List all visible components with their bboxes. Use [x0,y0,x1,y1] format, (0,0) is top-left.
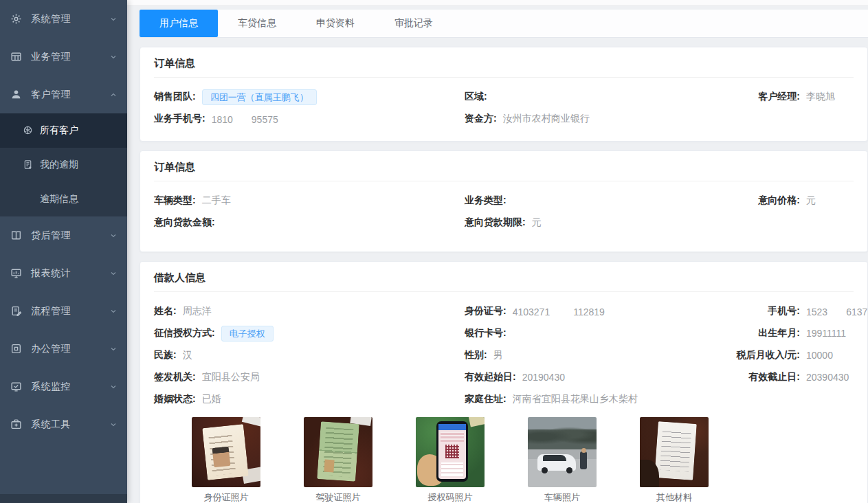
photo-caption: 驾驶证照片 [304,491,372,503]
section-title: 借款人信息 [154,262,854,292]
sidebar-item-process-management[interactable]: 流程管理 [0,292,127,330]
field-home-address: 家庭住址: 河南省宜阳县花果山乡木柴村 [465,393,734,405]
qr-auth-photo[interactable] [416,417,485,487]
order-info-card-1: 订单信息 销售团队: 四团一营（直属王鹏飞） 区域: 客户经理: 李晓旭 业务手 [140,47,868,142]
sidebar-item-label: 报表统计 [31,267,109,280]
top-bar [127,0,868,5]
field-ethnicity: 民族: 汉 [154,349,465,361]
gear-icon [10,13,22,25]
license-booklet-photo[interactable] [304,417,372,487]
photo-item: 其他材料 [640,417,709,503]
user-icon [10,89,22,101]
tab-car-loan-info[interactable]: 车贷信息 [218,10,296,37]
tab-loan-application-docs[interactable]: 申贷资料 [296,10,375,37]
field-credit-auth-method: 征信授权方式: 电子授权 [154,326,465,342]
field-intent-loan-term: 意向贷款期限: 元 [465,216,734,229]
main-content: 用户信息 车贷信息 申贷资料 审批记录 订单信息 销售团队: 四团一营（直属王鹏… [127,0,868,503]
section-title: 订单信息 [154,151,854,181]
tab-user-info[interactable]: 用户信息 [140,10,218,37]
borrower-photos: 身份证照片 驾驶证照片 授权码照片 [192,417,854,503]
customer-management-submenu: 所有客户 我的逾期 逾期信息 [0,113,127,216]
field-birth-date: 出生年月: 19911111 [734,327,854,339]
field-business-phone: 业务手机号: 181095575 [154,113,465,125]
sidebar-item-label: 系统管理 [31,13,109,25]
sidebar-item-label: 办公管理 [31,343,109,355]
field-gender: 性别: 男 [465,349,734,361]
photo-item: 车辆照片 [528,417,597,503]
sidebar-item-label: 系统监控 [31,381,109,393]
sidebar-bottom-strip [0,494,127,503]
photo-caption: 其他材料 [640,491,709,503]
field-name: 姓名: 周志洋 [154,305,465,317]
sidebar-item-label: 系统工具 [31,418,109,431]
sidebar-item-system-tools[interactable]: 系统工具 [0,405,127,443]
sidebar-item-office-management[interactable]: 办公管理 [0,330,127,368]
toolbox-icon [10,418,22,431]
sidebar-item-post-loan-management[interactable]: 贷后管理 [0,216,127,254]
sidebar-item-system-management[interactable]: 系统管理 [0,0,127,38]
field-business-type: 业务类型: [465,194,734,207]
sidebar-subitem-all-customers[interactable]: 所有客户 [0,113,127,148]
monitor-check-icon [10,381,22,393]
field-valid-to: 有效截止日: 20390430 [734,371,854,383]
chevron-up-icon [109,91,118,99]
photo-caption: 授权码照片 [416,491,485,503]
sidebar-item-label: 流程管理 [31,305,109,317]
chevron-down-icon [109,53,118,61]
field-intent-price: 意向价格: 元 [734,194,854,207]
sidebar: 系统管理 业务管理 客户管理 所有客户 我的逾期 逾期信息 [0,0,127,503]
chevron-down-icon [109,345,118,353]
borrower-info-card: 借款人信息 姓名: 周志洋 身份证号: 4103271112819 手机号: 1… [140,261,868,503]
sidebar-item-label: 业务管理 [31,51,109,63]
field-intent-loan-amount: 意向贷款金额: [154,216,465,229]
id-card-photo[interactable] [192,417,260,487]
field-sales-team: 销售团队: 四团一营（直属王鹏飞） [154,89,465,105]
detail-tabs: 用户信息 车贷信息 申贷资料 审批记录 [140,10,868,38]
chevron-down-icon [109,269,118,278]
redaction-box [233,113,252,123]
wheel-icon [23,125,34,136]
chevron-down-icon [109,383,118,391]
sidebar-subitem-label: 逾期信息 [40,193,78,205]
chevron-down-icon [109,232,118,240]
notebook-icon [23,159,34,170]
section-title: 订单信息 [154,47,854,78]
book-icon [10,230,22,242]
redaction-box [550,306,573,315]
sidebar-subitem-overdue-info[interactable]: 逾期信息 [0,182,127,216]
sidebar-subitem-label: 我的逾期 [40,159,78,171]
grid-icon [10,51,22,63]
photo-item: 驾驶证照片 [304,417,372,503]
photo-caption: 车辆照片 [528,491,597,503]
field-mobile: 手机号: 15236137 [734,305,854,317]
field-bank-card: 银行卡号: [465,327,734,339]
field-issuing-authority: 签发机关: 宜阳县公安局 [154,371,465,383]
chevron-down-icon [109,307,118,315]
chevron-down-icon [109,15,118,23]
sidebar-item-customer-management[interactable]: 客户管理 [0,76,127,113]
sidebar-item-system-monitor[interactable]: 系统监控 [0,368,127,405]
sidebar-subitem-my-overdue[interactable]: 我的逾期 [0,148,127,182]
vehicle-photo[interactable] [528,417,597,487]
sidebar-item-report-statistics[interactable]: 报表统计 [0,254,127,292]
field-vehicle-type: 车辆类型: 二手车 [154,194,465,207]
sidebar-item-business-management[interactable]: 业务管理 [0,38,127,76]
document-photo[interactable] [640,417,709,487]
photo-item: 授权码照片 [416,417,485,503]
field-monthly-income: 税后月收入/元: 10000 [734,349,854,361]
e-auth-tag[interactable]: 电子授权 [221,326,274,342]
square-icon [10,343,22,355]
sidebar-subitem-label: 所有客户 [40,124,78,137]
sales-team-tag[interactable]: 四团一营（直属王鹏飞） [202,89,317,105]
field-funder: 资金方: 汝州市农村商业银行 [465,113,734,125]
redaction-box [827,306,846,315]
clipboard-icon [10,305,22,317]
sidebar-item-label: 贷后管理 [31,230,109,242]
photo-item: 身份证照片 [192,417,260,503]
field-region: 区域: [465,91,734,103]
field-id-number: 身份证号: 4103271112819 [465,305,734,317]
order-info-card-2: 订单信息 车辆类型: 二手车 业务类型: 意向价格: 元 意向贷款金额: [140,150,868,252]
monitor-icon [10,267,22,280]
tab-approval-records[interactable]: 审批记录 [375,10,453,37]
field-account-manager: 客户经理: 李晓旭 [734,91,854,103]
